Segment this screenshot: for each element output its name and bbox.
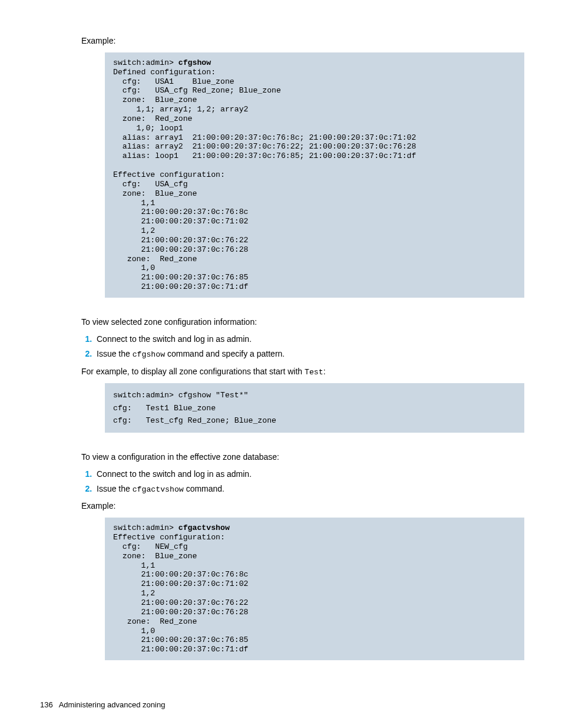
para-view-effective: To view a configuration in the effective… (81, 452, 522, 463)
step-2-text-a: Issue the (97, 349, 133, 358)
code-prompt: switch:admin> (113, 58, 178, 67)
para3-code: Test (305, 368, 323, 377)
code3-prompt: switch:admin> (113, 523, 178, 532)
step-2b-text-b: command. (184, 484, 224, 493)
codeblock-cfgshow-test: switch:admin> cfgshow "Test*" cfg: Test1… (105, 383, 524, 432)
step-1-text: Connect to the switch and log in as admi… (97, 334, 252, 344)
code3-command: cfgactvshow (178, 523, 230, 532)
page-number: 136 (40, 700, 53, 700)
step-2b: Issue the cfgactvshow command. (94, 483, 522, 495)
example-label-2: Example: (81, 500, 522, 512)
step-1: Connect to the switch and log in as admi… (94, 334, 522, 345)
codeblock-cfgactvshow: switch:admin> cfgactvshow Effective conf… (105, 518, 524, 660)
para-for-example: For example, to display all zone configu… (81, 366, 522, 378)
code3-body: Effective configuration: cfg: NEW_cfg zo… (113, 533, 249, 654)
step-1b: Connect to the switch and log in as admi… (94, 469, 522, 480)
step-2-code: cfgshow (133, 350, 165, 359)
step-1b-text: Connect to the switch and log in as admi… (97, 469, 252, 479)
step-2b-text-a: Issue the (97, 484, 133, 493)
steps-selected-zone: Connect to the switch and log in as admi… (81, 334, 522, 360)
steps-effective-zone: Connect to the switch and log in as admi… (81, 469, 522, 495)
para3-a: For example, to display all zone configu… (81, 367, 305, 376)
step-2: Issue the cfgshow command and specify a … (94, 348, 522, 360)
example-label-1: Example: (81, 35, 522, 47)
code-body: Defined configuration: cfg: USA1 Blue_zo… (113, 68, 416, 291)
step-2-text-b: command and specify a pattern. (165, 349, 285, 358)
codeblock-cfgshow: switch:admin> cfgshow Defined configurat… (105, 52, 524, 298)
para-view-selected: To view selected zone configuration info… (81, 317, 522, 328)
page-footer: 136Administering advanced zoning (40, 700, 165, 700)
code-command: cfgshow (178, 58, 211, 67)
para3-b: : (323, 367, 326, 376)
step-2b-code: cfgactvshow (133, 485, 184, 494)
